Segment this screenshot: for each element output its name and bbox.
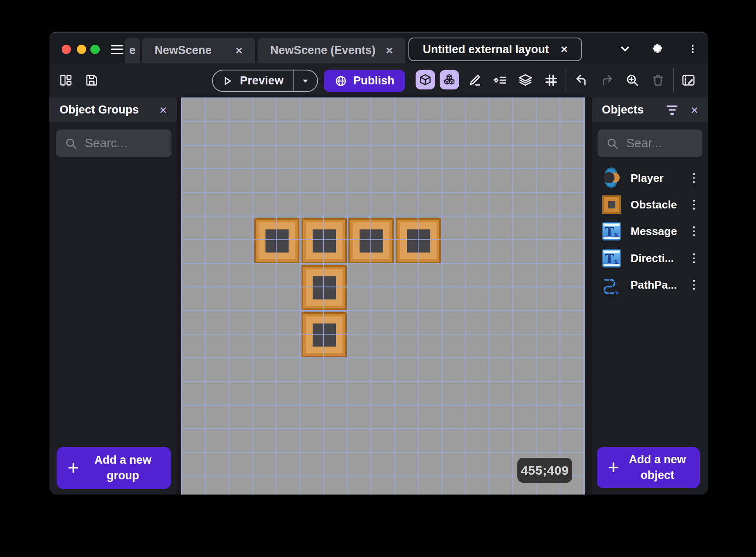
- plus-icon: +: [608, 459, 619, 476]
- path-icon: [602, 274, 621, 296]
- close-icon[interactable]: ×: [157, 103, 169, 117]
- window-zoom-button[interactable]: [90, 45, 100, 54]
- add-group-label-line1: Add a new: [94, 454, 151, 466]
- preview-label: Preview: [240, 74, 283, 87]
- preview-button[interactable]: Preview: [212, 70, 318, 92]
- publish-button[interactable]: Publish: [324, 70, 405, 92]
- obstacle-icon: [602, 194, 621, 216]
- play-icon: [221, 75, 233, 87]
- zoom-in-icon[interactable]: [623, 71, 642, 89]
- kebab-menu-icon[interactable]: [693, 173, 695, 183]
- object-row-player[interactable]: Player: [592, 166, 708, 190]
- caret-down-icon[interactable]: [301, 76, 310, 86]
- redo-icon[interactable]: [598, 71, 616, 89]
- objects-header: Objects ×: [592, 97, 708, 122]
- tab-label: NewScene: [155, 44, 212, 57]
- tab-label: e: [129, 44, 136, 57]
- screenshot-stage: e NewScene × NewScene (Events) × Untitle…: [0, 0, 756, 557]
- single-cube-view-toggle[interactable]: [416, 70, 435, 89]
- add-object-label-line1: Add a new: [629, 453, 686, 466]
- tile-layer: [181, 97, 585, 495]
- panel-title: Object Groups: [60, 103, 139, 116]
- close-icon[interactable]: ×: [383, 45, 395, 57]
- chevron-down-icon[interactable]: [617, 42, 633, 56]
- toolbar: Preview Publish: [49, 63, 708, 97]
- object-label: Message: [631, 225, 677, 238]
- text-object-icon: Tx: [602, 220, 621, 242]
- add-group-label-line2: group: [107, 469, 139, 482]
- app-window: e NewScene × NewScene (Events) × Untitle…: [49, 32, 708, 495]
- object-row-pathpath[interactable]: PathPa...: [592, 273, 708, 297]
- obstacle-instance[interactable]: [348, 218, 394, 263]
- extensions-puzzle-icon[interactable]: [650, 42, 666, 56]
- globe-icon: [334, 75, 347, 87]
- publish-label: Publish: [353, 74, 394, 87]
- object-label: PathPa...: [631, 278, 677, 292]
- window-close-button[interactable]: [62, 45, 71, 54]
- object-label: Player: [631, 172, 664, 185]
- objects-panel: Objects × Player: [592, 97, 708, 495]
- object-label: Directi...: [631, 252, 674, 265]
- obstacle-instance[interactable]: [302, 218, 347, 263]
- kebab-menu-icon[interactable]: [693, 200, 695, 210]
- trash-icon[interactable]: [649, 71, 667, 89]
- instances-list-icon[interactable]: [491, 71, 509, 89]
- text-object-icon: Tx: [602, 247, 621, 269]
- object-row-message[interactable]: Tx Message: [592, 219, 708, 243]
- divider: [566, 68, 566, 92]
- cursor-coordinates-badge: 455;409: [517, 458, 572, 483]
- search-icon: [65, 137, 77, 150]
- tab-label: NewScene (Events): [270, 44, 375, 57]
- scene-canvas[interactable]: 455;409: [181, 97, 585, 495]
- object-groups-header: Object Groups ×: [49, 97, 177, 122]
- pencil-edit-icon[interactable]: [465, 71, 484, 89]
- tab-newscene[interactable]: NewScene ×: [142, 38, 255, 63]
- more-options-icon[interactable]: [685, 42, 700, 56]
- search-icon: [606, 137, 619, 150]
- filter-icon[interactable]: [666, 105, 678, 115]
- tab-newscene-events[interactable]: NewScene (Events) ×: [258, 38, 405, 63]
- undo-icon[interactable]: [572, 71, 591, 89]
- obstacle-instance[interactable]: [302, 312, 347, 357]
- kebab-menu-icon[interactable]: [693, 253, 695, 263]
- titlebar: e NewScene × NewScene (Events) × Untitle…: [49, 32, 708, 63]
- hamburger-menu-icon[interactable]: [111, 45, 123, 54]
- object-row-obstacle[interactable]: Obstacle: [592, 193, 708, 216]
- close-icon[interactable]: ×: [688, 103, 701, 117]
- panels-layout-icon[interactable]: [57, 71, 75, 89]
- obstacle-instance[interactable]: [396, 218, 441, 263]
- obstacle-instance[interactable]: [254, 218, 299, 263]
- kebab-menu-icon[interactable]: [693, 280, 695, 290]
- multi-cube-view-toggle[interactable]: [440, 70, 459, 89]
- add-group-button[interactable]: + Add a new group: [57, 447, 171, 489]
- obstacle-instance[interactable]: [302, 265, 347, 310]
- divider: [293, 70, 294, 91]
- content-area: Object Groups × + Add a new group: [49, 97, 708, 495]
- window-minimize-button[interactable]: [77, 45, 86, 54]
- panel-title: Objects: [602, 103, 644, 116]
- kebab-menu-icon[interactable]: [693, 226, 695, 236]
- save-icon[interactable]: [82, 71, 101, 89]
- object-groups-panel: Object Groups × + Add a new group: [49, 97, 177, 495]
- plus-icon: +: [68, 459, 79, 476]
- add-object-button[interactable]: + Add a new object: [597, 447, 700, 488]
- close-icon[interactable]: ×: [558, 43, 570, 55]
- objects-search[interactable]: [598, 130, 702, 157]
- object-groups-search[interactable]: [56, 130, 171, 157]
- search-input[interactable]: [626, 136, 689, 150]
- grid-icon[interactable]: [542, 71, 560, 89]
- tab-untitled-external-layout[interactable]: Untitled external layout ×: [408, 38, 582, 61]
- tab-label: Untitled external layout: [423, 43, 549, 56]
- object-label: Obstacle: [631, 198, 677, 211]
- edit-scene-properties-icon[interactable]: [679, 71, 698, 89]
- close-icon[interactable]: ×: [233, 45, 245, 57]
- tab-partial[interactable]: e: [125, 38, 140, 63]
- divider: [673, 68, 674, 92]
- layers-icon[interactable]: [516, 71, 535, 89]
- object-row-directions[interactable]: Tx Directi...: [592, 246, 708, 270]
- add-object-label-line2: object: [641, 469, 674, 481]
- search-input[interactable]: [85, 136, 154, 150]
- player-icon: [602, 167, 621, 189]
